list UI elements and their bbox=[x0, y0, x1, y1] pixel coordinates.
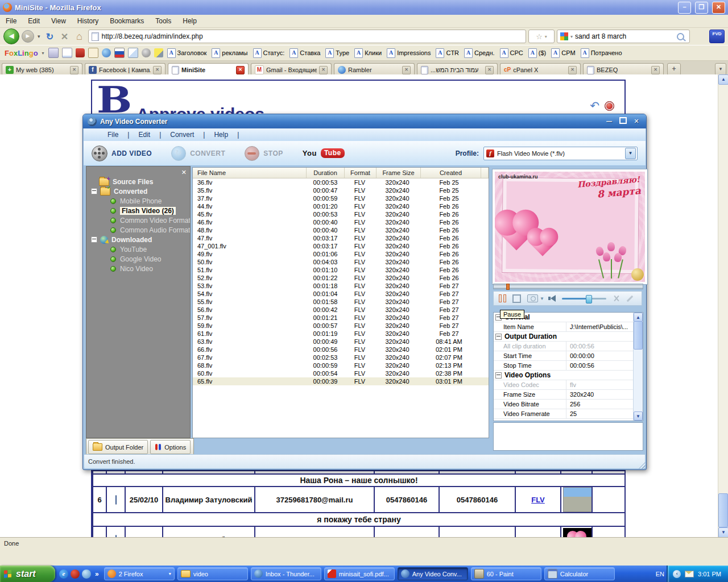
properties-scrollbar[interactable]: ▲ ▼ bbox=[633, 313, 643, 421]
minimize-button[interactable]: – bbox=[678, 2, 691, 14]
file-row[interactable]: 52.flv00:01:22FLV320x240Feb 26 bbox=[193, 274, 489, 282]
scroll-down-icon[interactable]: ▼ bbox=[718, 527, 728, 538]
seek-handle[interactable] bbox=[506, 284, 510, 290]
menu-history[interactable]: History bbox=[77, 17, 98, 25]
ru-flag-icon[interactable] bbox=[114, 48, 125, 58]
column-header-file-name[interactable]: File Name bbox=[193, 168, 307, 178]
red-book-icon[interactable] bbox=[76, 48, 85, 57]
group-dropdown-icon[interactable]: ▾ bbox=[169, 571, 171, 576]
output-folder-button[interactable]: Output Folder bbox=[88, 440, 148, 454]
foxlingo-field[interactable]: Aрекламы bbox=[212, 48, 247, 58]
file-row[interactable]: 65.flv00:00:39FLV320x24003:01 PM bbox=[193, 377, 489, 385]
scroll-thumb[interactable] bbox=[634, 321, 643, 350]
close-button[interactable]: ✕ bbox=[712, 2, 725, 14]
fvd-downloader-icon[interactable]: FVD bbox=[709, 30, 725, 43]
foxlingo-field[interactable]: A($) bbox=[528, 48, 546, 58]
sidebar-item-downloaded[interactable]: Downloaded bbox=[86, 235, 190, 244]
chevron-down-icon[interactable]: ▼ bbox=[540, 296, 544, 301]
file-row[interactable]: 48.flv00:00:40FLV320x240Feb 26 bbox=[193, 226, 489, 234]
tree-collapse-icon[interactable] bbox=[91, 236, 97, 243]
collapse-icon[interactable] bbox=[495, 372, 502, 379]
taskbar-button-inbox-thunder-[interactable]: Inbox - Thunder... bbox=[251, 567, 321, 580]
file-row[interactable]: 46.flv00:00:40FLV320x240Feb 26 bbox=[193, 218, 489, 226]
add-video-button[interactable]: Add Video bbox=[92, 146, 152, 161]
foxlingo-logo[interactable]: FoxLingo bbox=[5, 49, 38, 57]
snapshot-camera-icon[interactable] bbox=[527, 294, 538, 302]
options-button[interactable]: Options bbox=[150, 440, 191, 454]
scroll-up-icon[interactable]: ▲ bbox=[718, 74, 728, 85]
volume-handle[interactable] bbox=[586, 295, 592, 304]
scroll-thumb[interactable] bbox=[718, 493, 728, 527]
tree-collapse-icon[interactable] bbox=[91, 188, 97, 194]
taskbar-button-minisait-sofi-pdf-[interactable]: minisait_sofi.pdf... bbox=[324, 567, 395, 580]
flv-link[interactable]: FLV bbox=[531, 496, 545, 504]
sidebar-item-common-video-formats[interactable]: Common Video Formats bbox=[86, 215, 190, 225]
new-tab-button[interactable]: + bbox=[667, 63, 681, 76]
property-value[interactable]: J:\Internet\Publicis\... bbox=[566, 323, 628, 330]
opera-icon[interactable] bbox=[71, 569, 80, 579]
file-row[interactable]: 37.flv00:00:59FLV320x240Feb 25 bbox=[193, 194, 489, 202]
profile-select[interactable]: f Flash Video Movie (*.flv) ▼ bbox=[483, 147, 638, 160]
file-row[interactable]: 51.flv00:01:10FLV320x240Feb 26 bbox=[193, 266, 489, 274]
menu-edit[interactable]: Edit bbox=[28, 17, 40, 25]
foxlingo-field[interactable]: AКлики bbox=[354, 48, 382, 58]
menu-bookmarks[interactable]: Bookmarks bbox=[110, 17, 144, 25]
property-value[interactable]: 00:00:56 bbox=[566, 343, 594, 350]
file-list-header[interactable]: File NameDurationFormatFrame SizeCreated bbox=[193, 168, 489, 178]
taskbar-button-any-video-conv-[interactable]: Any Video Conv... bbox=[398, 567, 468, 580]
menu-help[interactable]: Help bbox=[183, 17, 197, 25]
tab-close-icon[interactable]: ✕ bbox=[402, 66, 411, 74]
sidebar-item-youtube[interactable]: YouTube bbox=[86, 244, 190, 254]
spellcheck-icon[interactable] bbox=[88, 48, 98, 58]
file-row[interactable]: 67.flv00:02:53FLV320x24002:07 PM bbox=[193, 354, 489, 361]
foxlingo-field[interactable]: AПотрачено bbox=[581, 48, 622, 58]
foxlingo-field[interactable]: ACTR bbox=[436, 48, 459, 58]
sidebar-item-google-video[interactable]: Google Video bbox=[86, 254, 190, 264]
chevron-down-icon[interactable]: ▾ bbox=[42, 51, 44, 56]
file-row[interactable]: 59.flv00:00:57FLV320x240Feb 27 bbox=[193, 322, 489, 330]
property-row[interactable]: Video Framerate25 bbox=[494, 409, 634, 419]
text-doc-icon[interactable] bbox=[62, 48, 72, 58]
sidebar-item-common-audio-formats[interactable]: Common Audio Formats bbox=[86, 225, 190, 235]
page-scrollbar[interactable]: ▲ ▼ bbox=[718, 74, 728, 538]
stop-button[interactable]: ✕ bbox=[59, 31, 71, 42]
restore-button[interactable]: ❐ bbox=[695, 2, 708, 14]
city-thumbnail[interactable] bbox=[563, 487, 592, 512]
property-value[interactable]: 256 bbox=[566, 401, 580, 408]
scroll-down-icon[interactable]: ▼ bbox=[634, 411, 643, 421]
foxlingo-field[interactable]: AImpressions bbox=[387, 48, 431, 58]
property-row[interactable]: Item NameJ:\Internet\Publicis\... bbox=[494, 322, 634, 332]
undo-arrow-icon[interactable]: ↶ bbox=[590, 99, 599, 113]
scroll-up-icon[interactable]: ▲ bbox=[634, 313, 643, 322]
property-section[interactable]: Video Options bbox=[494, 371, 634, 380]
taskbar-button-60-paint[interactable]: 60 - Paint bbox=[471, 567, 541, 580]
property-row[interactable]: Stop Time00:00:56 bbox=[494, 361, 634, 371]
menu-convert[interactable]: Convert bbox=[161, 131, 203, 139]
sidebar-item-flash-video-26-[interactable]: Flash Video (26) bbox=[86, 206, 190, 215]
sidebar-item-source-files[interactable]: Source Files bbox=[86, 177, 190, 186]
file-row[interactable]: 61.flv00:01:19FLV320x240Feb 27 bbox=[193, 330, 489, 338]
stop-playback-button[interactable] bbox=[512, 294, 521, 303]
clip-scissors-icon[interactable] bbox=[613, 295, 620, 302]
hide-icons-icon[interactable]: ‹ bbox=[673, 570, 681, 578]
mail-tray-icon[interactable] bbox=[685, 571, 694, 577]
maximize-button[interactable] bbox=[618, 117, 628, 126]
sidebar-item-mobile-phone[interactable]: Mobile Phone bbox=[86, 196, 190, 206]
tab-close-icon[interactable]: ✕ bbox=[153, 66, 162, 74]
column-header-format[interactable]: Format bbox=[345, 168, 377, 178]
forward-button[interactable]: ▶ bbox=[22, 30, 34, 43]
avc-titlebar[interactable]: Any Video Converter — ✕ bbox=[83, 114, 646, 128]
menu-file[interactable]: File bbox=[6, 17, 16, 25]
url-input[interactable]: http://8.bezeq.ru/admin/index.php bbox=[88, 30, 526, 43]
speaker-icon[interactable] bbox=[551, 295, 556, 302]
menu-edit[interactable]: Edit bbox=[129, 131, 159, 139]
search-input[interactable]: ▾ sand art 8 march bbox=[557, 30, 690, 43]
minimize-button[interactable]: — bbox=[604, 117, 614, 126]
preview-image[interactable]: club-ukamina.ru Поздравляю! 8 марта bbox=[495, 172, 645, 282]
translate-icon[interactable] bbox=[128, 48, 138, 58]
seek-bar[interactable] bbox=[493, 284, 643, 289]
property-value[interactable]: 00:00:00 bbox=[566, 352, 594, 359]
pause-button[interactable] bbox=[499, 294, 506, 302]
volume-slider[interactable] bbox=[562, 298, 606, 300]
search-engine-dropdown-icon[interactable]: ▾ bbox=[570, 34, 573, 39]
